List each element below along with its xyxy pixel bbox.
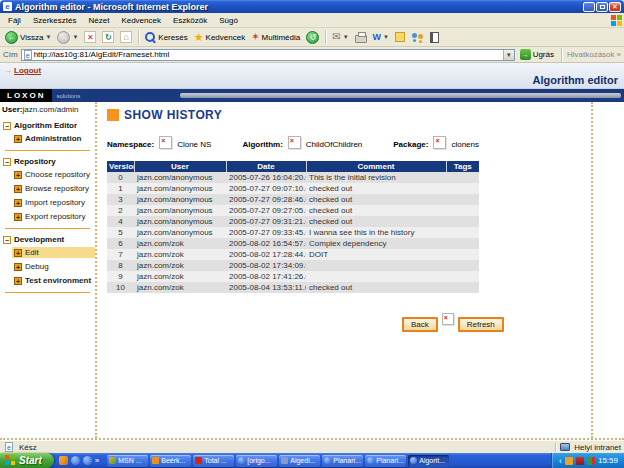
- column-header-tags: Tags: [446, 161, 479, 172]
- sidebar-item-import-repository[interactable]: +Import repository: [12, 197, 95, 208]
- tray-collapse-icon[interactable]: ‹: [559, 456, 562, 466]
- search-button[interactable]: Keresés: [143, 31, 189, 44]
- table-cell: 2005-07-27 09:07:10.0: [226, 183, 306, 194]
- tree-plus-icon[interactable]: +: [14, 135, 22, 143]
- titlebar[interactable]: e Algorithm editor - Microsoft Internet …: [0, 0, 624, 13]
- menu-item-s-g[interactable]: Súgó: [213, 15, 244, 26]
- forward-dropdown-icon[interactable]: ▼: [72, 34, 78, 40]
- table-row: 7jazn.com/zok2005-08-02 17:28:44.0DOIT: [107, 249, 479, 260]
- menu-item-eszk-z-k[interactable]: Eszközök: [167, 15, 213, 26]
- task-button-planari[interactable]: Planari...: [365, 455, 406, 467]
- address-dropdown-icon[interactable]: ▼: [503, 50, 514, 60]
- tree-plus-icon[interactable]: +: [14, 171, 22, 179]
- sidebar-section-algorithm-editor[interactable]: −Algorithm Editor: [0, 121, 95, 130]
- favorites-label: Kedvencek: [206, 33, 246, 42]
- stop-button[interactable]: ✕: [82, 30, 98, 44]
- sidebar-item-browse-repository[interactable]: +Browse repository: [12, 183, 95, 194]
- task-button-be-rk[interactable]: Beérk...: [150, 455, 191, 467]
- refresh-action-button[interactable]: Refresh: [458, 317, 504, 332]
- mail-icon: ✉: [332, 32, 340, 42]
- address-field[interactable]: e ▼: [21, 49, 515, 61]
- close-button[interactable]: ✕: [609, 2, 621, 12]
- sidebar-item-choose-repository[interactable]: +Choose repository: [12, 169, 95, 180]
- back-dropdown-icon[interactable]: ▼: [45, 34, 51, 40]
- media-button[interactable]: ✶ Multimédia: [249, 31, 302, 43]
- task-button-algorit[interactable]: Algorit...: [408, 455, 449, 467]
- task-button-planari[interactable]: Planari...: [322, 455, 363, 467]
- discuss-icon: [395, 32, 405, 42]
- tree-plus-icon[interactable]: +: [14, 277, 22, 285]
- logout-link[interactable]: → Logout: [4, 66, 41, 75]
- ie-task-icon: [324, 457, 331, 464]
- sidebar-separator: [5, 228, 90, 229]
- history-button[interactable]: ↺: [304, 30, 321, 45]
- print-button[interactable]: [353, 31, 369, 44]
- ie-task-icon: [238, 457, 245, 464]
- ie-quicklaunch-icon-2[interactable]: [83, 456, 92, 465]
- restore-icon: [600, 5, 605, 9]
- menu-item-szerkeszt-s[interactable]: Szerkesztés: [27, 15, 83, 26]
- tree-plus-icon[interactable]: +: [14, 199, 22, 207]
- refresh-icon: ↻: [102, 31, 114, 43]
- task-button-origo[interactable]: [origo...: [236, 455, 277, 467]
- refresh-button[interactable]: ↻: [100, 30, 116, 44]
- table-cell: 2005-07-27 09:33:45.0: [226, 227, 306, 238]
- mail-button[interactable]: ✉ ▼: [330, 31, 350, 43]
- show-desktop-icon[interactable]: [59, 456, 68, 465]
- start-button[interactable]: Start: [0, 453, 54, 468]
- sidebar-item-export-repository[interactable]: +Export repository: [12, 211, 95, 222]
- links-button[interactable]: Hivatkozások »: [567, 50, 621, 59]
- table-cell: 9: [107, 271, 134, 282]
- table-cell: checked out: [306, 205, 446, 216]
- ie-quicklaunch-icon[interactable]: [71, 456, 80, 465]
- tray-icon-2[interactable]: [576, 457, 584, 465]
- messenger-button[interactable]: [409, 31, 426, 44]
- menu-item-n-zet[interactable]: Nézet: [82, 15, 115, 26]
- sidebar-section-repository[interactable]: −Repository: [0, 157, 95, 166]
- minimize-button[interactable]: _: [583, 2, 595, 12]
- tray-icon-1[interactable]: [565, 457, 573, 465]
- go-button[interactable]: → Ugrás: [518, 49, 556, 60]
- sidebar-separator: [5, 150, 90, 151]
- tree-minus-icon[interactable]: −: [3, 236, 11, 244]
- edit-button[interactable]: W ▼: [371, 31, 391, 43]
- tree-plus-icon[interactable]: +: [14, 213, 22, 221]
- favorites-button[interactable]: ★ Kedvencek: [192, 31, 247, 44]
- task-button-total[interactable]: Total ...: [193, 455, 234, 467]
- menu-item-kedvencek[interactable]: Kedvencek: [115, 15, 167, 26]
- task-label: Algorit...: [419, 457, 445, 464]
- sidebar-item-test-environment[interactable]: +Test environment: [12, 275, 95, 286]
- addressbar-separator: [561, 48, 562, 62]
- research-button[interactable]: [428, 31, 441, 44]
- mail-dropdown-icon[interactable]: ▼: [343, 34, 349, 40]
- table-cell: jazn.com/anonymous: [134, 172, 226, 183]
- home-button[interactable]: ⌂: [118, 30, 134, 44]
- menu-item-f-jl[interactable]: Fájl: [2, 15, 27, 26]
- sidebar-item-debug[interactable]: +Debug: [12, 261, 95, 272]
- restore-button[interactable]: [596, 2, 608, 12]
- sidebar-section-development[interactable]: −Development: [0, 235, 95, 244]
- tree-minus-icon[interactable]: −: [3, 158, 11, 166]
- user-value: jazn.com/admin: [22, 105, 78, 114]
- title-bullet-icon: [107, 109, 119, 121]
- tray-icon-3[interactable]: [587, 457, 595, 465]
- discuss-button[interactable]: [393, 31, 407, 43]
- broken-x-icon: ×: [444, 314, 448, 321]
- task-button-msn[interactable]: MSN ...: [107, 455, 148, 467]
- sidebar-item-administration[interactable]: +Administration: [12, 133, 95, 144]
- edit-dropdown-icon[interactable]: ▼: [383, 34, 389, 40]
- edit-word-icon: W: [373, 32, 382, 42]
- sidebar: User:jazn.com/admin −Algorithm Editor+Ad…: [0, 102, 97, 438]
- back-button[interactable]: ← Vissza ▼: [3, 30, 53, 45]
- back-action-button[interactable]: Back: [402, 317, 438, 332]
- messenger-icon: [411, 32, 424, 43]
- task-button-algedi[interactable]: Algedi...: [279, 455, 320, 467]
- quicklaunch-overflow-icon[interactable]: »: [95, 456, 99, 465]
- address-input[interactable]: [34, 50, 503, 60]
- tree-minus-icon[interactable]: −: [3, 122, 11, 130]
- tree-plus-icon[interactable]: +: [14, 249, 22, 257]
- tree-plus-icon[interactable]: +: [14, 185, 22, 193]
- tree-plus-icon[interactable]: +: [14, 263, 22, 271]
- forward-button[interactable]: → ▼: [55, 30, 80, 45]
- sidebar-item-edit[interactable]: +Edit: [12, 247, 95, 258]
